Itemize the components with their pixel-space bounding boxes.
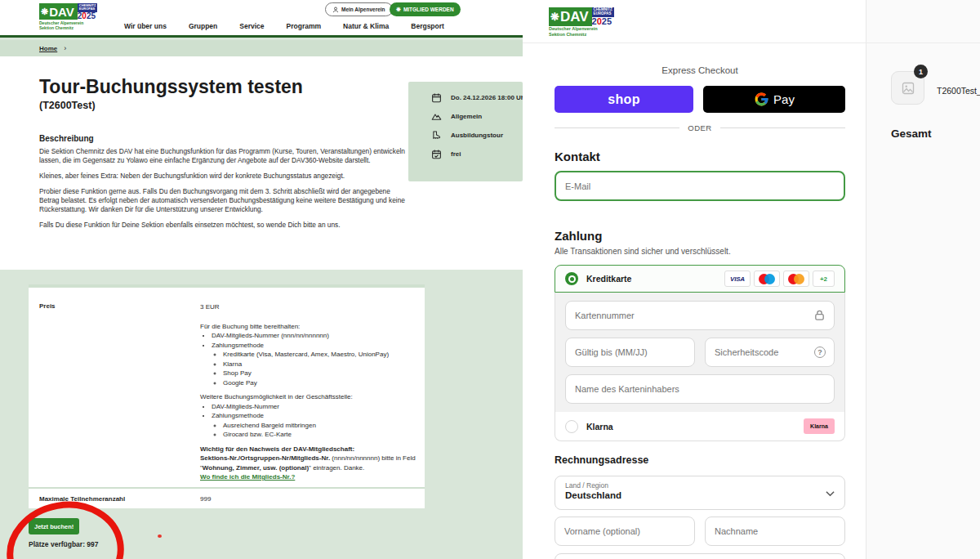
country-select[interactable]: Land / Region Deutschland (555, 476, 845, 510)
payment-option-credit-card[interactable]: Kreditkarte VISA +2 (555, 265, 845, 293)
klarna-label: Klarna (586, 422, 613, 432)
order-total-label: Gesamt (891, 127, 932, 140)
payment-subtitle: Alle Transaktionen sind sicher und versc… (555, 247, 731, 256)
shop-pay-button[interactable]: shop (555, 86, 693, 113)
nav-item-bergsport[interactable]: Bergsport (411, 22, 444, 30)
express-checkout-label: Express Checkout (555, 65, 845, 75)
breadcrumb-home-link[interactable]: Home (39, 45, 57, 52)
office-heading: Weitere Buchungsmöglichkeit in der Gesch… (200, 392, 417, 402)
first-name-input[interactable] (555, 517, 695, 546)
price-label: Preis (39, 302, 56, 310)
address-input-partial[interactable] (555, 553, 845, 559)
calendar-icon (431, 92, 442, 103)
max-participants-label: Maximale Teilnehmeranzahl (39, 495, 125, 503)
tour-details-table: Preis 3 EUR Für die Buchung bitte bereit… (29, 284, 425, 508)
radio-unselected-icon (565, 420, 578, 433)
list-item: Ausreichend Bargeld mitbringen (223, 421, 417, 431)
list-item: Klarna (223, 360, 417, 369)
logo-subtitle: Deutscher Alpenverein Sektion Chemnitz (39, 20, 97, 31)
checkout-pane: 1 T2600Test_Te Gesamt ❋ DAV CHEMNITZ EUR… (523, 0, 980, 559)
logo-text: DAV (560, 9, 589, 25)
country-select-value: Deutschland (565, 490, 835, 500)
order-summary-panel: 1 T2600Test_Te Gesamt (866, 0, 980, 559)
nav-item-service[interactable]: Service (239, 22, 264, 30)
screen: ❋ DAV CHEMNITZ EUROPAS 2025 Deutscher Al… (0, 0, 980, 559)
info-row-date: Do. 24.12.2026 18:00 Uhr (431, 92, 523, 103)
info-row-status: frei (431, 149, 523, 159)
google-g-icon (754, 92, 769, 107)
edelweiss-icon: ❋ (396, 7, 401, 13)
google-pay-button[interactable]: Pay (703, 86, 845, 113)
mountain-icon (431, 111, 442, 122)
nav-item-programm[interactable]: Programm (287, 22, 322, 30)
credit-card-form: ? (555, 293, 845, 412)
site-nav: Wir über uns Gruppen Service Programm Na… (124, 22, 444, 30)
billing-address-heading: Rechnungsadresse (555, 454, 648, 466)
quantity-badge: 1 (914, 65, 928, 78)
more-cards-badge: +2 (813, 271, 835, 287)
description-paragraph: Falls Du diese Funktion für Deine Sektio… (39, 221, 405, 230)
breadcrumb: Home › (0, 40, 523, 56)
info-row-category: Allgemein (431, 111, 523, 122)
breadcrumb-arrow-icon: › (64, 44, 66, 52)
red-dot-annotation (158, 534, 162, 538)
header-divider (523, 42, 980, 43)
person-icon (332, 7, 339, 13)
credit-card-label: Kreditkarte (586, 274, 631, 284)
visa-icon: VISA (724, 271, 751, 287)
list-item: Zahlungsmethode (212, 341, 417, 351)
name-fields (555, 517, 845, 546)
page-title: Tour-Buchungssystem testen (39, 76, 303, 98)
max-participants-value: 999 (200, 495, 211, 503)
radio-selected-icon (565, 272, 578, 285)
list-item: DAV-Mitglieds-Nummer (nnn/nn/nnnnnn) (212, 331, 417, 341)
or-divider: ODER (555, 123, 845, 132)
list-item: Google Pay (223, 378, 417, 388)
nav-item-gruppen[interactable]: Gruppen (189, 22, 217, 30)
member-number-link[interactable]: Wo finde ich die Mitglieds-Nr.? (200, 472, 417, 482)
order-item-title: T2600Test_Te (937, 86, 980, 96)
country-select-label: Land / Region (565, 481, 835, 490)
card-number-input[interactable] (565, 301, 835, 330)
dav-logo[interactable]: ❋ DAV CHEMNITZ EUROPAS 2025 Deutscher Al… (39, 3, 97, 30)
list-item: Shop Pay (223, 369, 417, 378)
image-placeholder-icon (902, 82, 915, 95)
contact-heading: Kontakt (555, 150, 600, 163)
expiry-input[interactable] (565, 338, 695, 367)
checkout-logo[interactable]: ❋ DAV CHEMNITZ EUROPAS 2025 Deutscher Al… (549, 7, 614, 38)
join-member-button[interactable]: ❋ MITGLIED WERDEN (390, 2, 461, 16)
description-paragraph: Kleines, aber feines Extra: Neben der Bu… (39, 172, 405, 181)
description-paragraph: Die Sektion Chemnitz des DAV hat eine Bu… (39, 147, 405, 165)
payment-option-klarna[interactable]: Klarna Klarna (555, 412, 845, 441)
chevron-down-icon (826, 490, 835, 497)
logo-year: 2025 (592, 17, 612, 26)
info-row-type: Ausbildungstour (431, 130, 523, 141)
card-brand-badges: VISA +2 (724, 271, 835, 287)
max-participants-row: Maximale Teilnehmeranzahl 999 (29, 487, 425, 508)
nav-item-wir-ueber-uns[interactable]: Wir über uns (124, 22, 167, 30)
maestro-icon (754, 271, 780, 287)
list-item: Zahlungsmethode (212, 411, 417, 421)
membership-note-heading: Wichtig für den Nachweis der DAV-Mitglie… (200, 445, 417, 454)
list-item: DAV-Mitglieds-Nummer (212, 402, 417, 412)
boot-icon (431, 130, 442, 141)
list-item: Kreditkarte (Visa, Mastercard, Amex, Mae… (223, 350, 417, 360)
membership-note: Sektions-Nr./Ortsgruppen-Nr/Mitglieds-Nr… (200, 454, 417, 472)
book-now-button[interactable]: Jetzt buchen! (29, 518, 79, 534)
mastercard-icon (783, 271, 809, 287)
prepare-heading: Für die Buchung bitte bereithalten: (200, 322, 417, 332)
account-button[interactable]: Mein Alpenverein (325, 2, 393, 16)
nav-item-natur-klima[interactable]: Natur & Klima (343, 22, 389, 30)
tour-code: (T2600Test) (39, 100, 96, 111)
tour-content: Tour-Buchungssystem testen (T2600Test) B… (0, 56, 523, 270)
edelweiss-icon: ❋ (550, 11, 559, 23)
help-icon[interactable]: ? (814, 347, 826, 358)
description-paragraph: Probier diese Funktion gerne aus. Falls … (39, 187, 405, 214)
last-name-input[interactable] (705, 517, 845, 546)
price-value: 3 EUR (200, 302, 417, 312)
site-header: ❋ DAV CHEMNITZ EUROPAS 2025 Deutscher Al… (0, 0, 523, 38)
tour-info-box: Do. 24.12.2026 18:00 Uhr Allgemein Ausbi… (408, 82, 523, 181)
email-input[interactable] (555, 171, 845, 201)
cardholder-name-input[interactable] (565, 374, 835, 404)
list-item: Girocard bzw. EC-Karte (223, 430, 417, 440)
